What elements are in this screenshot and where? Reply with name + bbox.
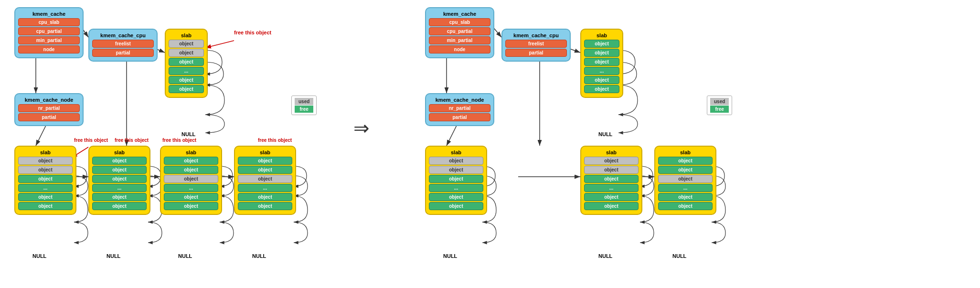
- left-slab-top-obj2: object: [169, 49, 204, 57]
- diagram-container: kmem_cache cpu_slab cpu_partial min_part…: [0, 0, 980, 288]
- left-slab2-null: NULL: [178, 253, 192, 259]
- left-kmem-cache-cpu-box: kmem_cache_cpu freelist partial: [88, 29, 158, 62]
- right-node-partial: partial: [429, 113, 490, 121]
- right-slab1-obj3: object: [584, 175, 639, 183]
- right-slab-top-obj6: object: [584, 85, 619, 93]
- right-kmem-cache-box: kmem_cache cpu_slab cpu_partial min_part…: [425, 7, 494, 58]
- left-slab3-title: slab: [238, 149, 292, 155]
- right-slab1-obj5: object: [584, 193, 639, 201]
- left-slab-top-obj3: object: [169, 58, 204, 66]
- left-kmem-cache-node: node: [18, 45, 80, 53]
- right-slab1-obj2: object: [584, 166, 639, 174]
- right-slab-top-box: slab object object object ... object obj…: [580, 29, 623, 98]
- right-cpu-freelist: freelist: [505, 40, 567, 48]
- left-cpu-partial: partial: [92, 49, 154, 57]
- left-slab3-obj3: object: [238, 175, 292, 183]
- left-slab2-obj6: object: [164, 202, 218, 210]
- left-slab3-obj5: object: [238, 193, 292, 201]
- right-slab-top-obj1: object: [584, 40, 619, 48]
- right-slab2-obj6: object: [658, 202, 713, 210]
- right-cpu-partial: partial: [505, 49, 567, 57]
- left-slab-bottom3-box: slab object object object ... object obj…: [234, 146, 296, 215]
- right-slab1-obj4: ...: [584, 184, 639, 192]
- left-kmem-cache-cpu-partial: cpu_partial: [18, 27, 80, 35]
- left-slab3-null: NULL: [252, 253, 266, 259]
- right-slab0-obj3: object: [429, 175, 483, 183]
- left-slab-bottom0-box: slab object object object ... object obj…: [14, 146, 76, 215]
- right-slab-top-obj4: ...: [584, 67, 619, 75]
- left-slab-top-obj5: object: [169, 76, 204, 84]
- left-legend-free: free: [295, 106, 313, 113]
- left-slab2-obj4: ...: [164, 184, 218, 192]
- left-cpu-freelist: freelist: [92, 40, 154, 48]
- left-slab1-obj3: object: [92, 175, 147, 183]
- left-kmem-cache-cpu-title: kmem_cache_cpu: [92, 32, 154, 38]
- left-slab2-obj1: object: [164, 157, 218, 165]
- left-slab0-obj6: object: [18, 202, 73, 210]
- right-slab-top-title: slab: [584, 32, 619, 38]
- left-kmem-cache-min-partial: min_partial: [18, 36, 80, 44]
- center-arrow: ⇒: [353, 117, 370, 139]
- left-slab0-obj1: object: [18, 157, 73, 165]
- left-slab1-obj1: object: [92, 157, 147, 165]
- left-label-free-slab1: free this object: [115, 138, 149, 143]
- right-slab2-obj4: ...: [658, 184, 713, 192]
- right-kmem-cache-node-box: kmem_cache_node nr_partial partial: [425, 93, 494, 126]
- right-slab0-obj1: object: [429, 157, 483, 165]
- left-legend: used free: [291, 96, 317, 115]
- left-slab-top-title: slab: [169, 32, 204, 38]
- left-slab-top-obj4: ...: [169, 67, 204, 75]
- right-slab2-obj2: object: [658, 166, 713, 174]
- left-slab0-obj3: object: [18, 175, 73, 183]
- right-slab0-null: NULL: [443, 253, 457, 259]
- left-slab-top-null: NULL: [181, 131, 195, 137]
- svg-line-3: [205, 41, 234, 48]
- right-node-nr-partial: nr_partial: [429, 104, 490, 112]
- left-slab-bottom2-box: slab object object object ... object obj…: [160, 146, 222, 215]
- right-slab-top-obj3: object: [584, 58, 619, 66]
- right-legend: used free: [707, 96, 732, 115]
- left-label-free-slab0: free this object: [74, 138, 108, 143]
- right-slab1-null: NULL: [598, 253, 612, 259]
- right-slab1-obj6: object: [584, 202, 639, 210]
- right-kmem-cache-min-partial: min_partial: [429, 36, 490, 44]
- right-slab2-null: NULL: [672, 253, 686, 259]
- right-legend-used: used: [710, 98, 729, 105]
- right-slab0-title: slab: [429, 149, 483, 155]
- left-slab1-null: NULL: [107, 253, 120, 259]
- left-slab1-obj4: ...: [92, 184, 147, 192]
- right-slab2-obj3: object: [658, 175, 713, 183]
- right-kmem-cache-cpu-title: kmem_cache_cpu: [505, 32, 567, 38]
- left-slab1-obj2: object: [92, 166, 147, 174]
- right-kmem-cache-node: node: [429, 45, 490, 53]
- left-node-nr-partial: nr_partial: [18, 104, 80, 112]
- right-kmem-cache-title: kmem_cache: [429, 11, 490, 17]
- left-slab2-obj2: object: [164, 166, 218, 174]
- left-slab1-obj5: object: [92, 193, 147, 201]
- right-slab-bottom1-box: slab object object object ... object obj…: [580, 146, 642, 215]
- left-kmem-cache-node-title: kmem_cache_node: [18, 97, 80, 103]
- left-slab-top-box: slab object object object ... object obj…: [165, 29, 208, 98]
- left-label-free-top: free this object: [234, 30, 271, 35]
- left-slab1-title: slab: [92, 149, 147, 155]
- left-slab0-title: slab: [18, 149, 73, 155]
- left-slab2-obj5: object: [164, 193, 218, 201]
- right-kmem-cache-cpu-box: kmem_cache_cpu freelist partial: [501, 29, 571, 62]
- right-kmem-cache-cpu-slab: cpu_slab: [429, 18, 490, 26]
- left-slab0-obj4: ...: [18, 184, 73, 192]
- right-slab0-obj5: object: [429, 193, 483, 201]
- right-legend-free: free: [710, 106, 729, 113]
- left-slab1-obj6: object: [92, 202, 147, 210]
- left-slab0-obj2: object: [18, 166, 73, 174]
- right-slab2-obj1: object: [658, 157, 713, 165]
- left-kmem-cache-cpu-slab: cpu_slab: [18, 18, 80, 26]
- right-slab-top-obj2: object: [584, 49, 619, 57]
- left-slab-top-obj6: object: [169, 85, 204, 93]
- left-node-partial: partial: [18, 113, 80, 121]
- left-slab-top-obj1: object: [169, 40, 204, 48]
- right-kmem-cache-node-title: kmem_cache_node: [429, 97, 490, 103]
- left-slab3-obj1: object: [238, 157, 292, 165]
- left-slab0-obj5: object: [18, 193, 73, 201]
- left-slab-bottom1-box: slab object object object ... object obj…: [88, 146, 150, 215]
- left-slab3-obj6: object: [238, 202, 292, 210]
